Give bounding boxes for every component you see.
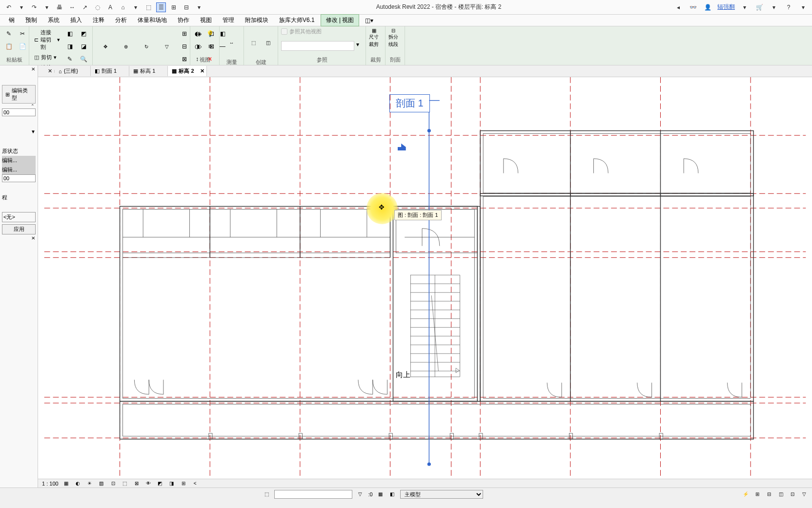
move-icon[interactable]: ✥ [96, 32, 115, 61]
cart-dropdown-icon[interactable]: ▾ [769, 2, 779, 12]
reference-other-checkbox[interactable]: 参照其他视图 [281, 28, 363, 35]
section-icon[interactable]: ⬚ [143, 2, 153, 12]
default-3d-dropdown-icon[interactable]: ▾ [131, 2, 141, 12]
worksets-icon[interactable]: ▦ [377, 491, 385, 498]
prop-row-edit2[interactable]: 编辑... [2, 165, 36, 174]
menu-system[interactable]: 系统 [43, 15, 64, 26]
tab-level2[interactable]: ▦ 标高 2 ✕ [168, 66, 206, 76]
crop-visible-icon[interactable]: ⊠ [133, 480, 141, 487]
menu-precast[interactable]: 预制 [20, 15, 42, 26]
menu-insert[interactable]: 插入 [65, 15, 87, 26]
detail-level-icon[interactable]: ▦ [62, 480, 70, 487]
text-icon[interactable]: A [105, 2, 115, 12]
visual-style-icon[interactable]: ◐ [74, 480, 82, 487]
close-icon[interactable]: ✕ [200, 68, 204, 74]
status-search-input[interactable] [274, 490, 352, 499]
close-icon[interactable]: ✕ [30, 66, 37, 73]
print-icon[interactable]: 🖶 [55, 2, 64, 12]
close-icon[interactable]: ✕ [48, 68, 52, 74]
status-icon-6[interactable]: ▽ [800, 491, 808, 498]
undo-dropdown-icon[interactable]: ▾ [17, 2, 26, 12]
menu-view[interactable]: 视图 [195, 15, 217, 26]
geom-icon-4[interactable]: ◩ [78, 28, 89, 40]
drawing-canvas[interactable]: 向上 [38, 77, 812, 479]
select-icon[interactable]: ⬚ [263, 491, 270, 498]
tag-icon[interactable]: ◌ [93, 2, 102, 12]
thin-lines-icon[interactable]: ☰ [156, 2, 166, 12]
glasses-icon[interactable]: 👓 [688, 2, 698, 12]
switch-icon[interactable]: ⊟ [182, 2, 191, 12]
geom-icon-2[interactable]: ◨ [64, 41, 76, 52]
section-marker-label[interactable]: 剖面 1 [389, 94, 430, 112]
redo-icon[interactable]: ↷ [29, 2, 39, 12]
modify-icon-9[interactable]: ⊠ [179, 53, 190, 65]
paste-icon[interactable]: 📋 [3, 41, 15, 52]
cut-button[interactable]: ◫ 剪切 ▾ [32, 53, 62, 62]
prop-input-1[interactable] [2, 108, 36, 116]
tab-unnamed[interactable]: ✕ [38, 70, 55, 73]
status-icon-5[interactable]: ⊡ [789, 491, 796, 498]
apply-button[interactable]: 应用 [2, 224, 36, 234]
view-icon-3[interactable]: ◇ [193, 41, 205, 52]
status-icon-2[interactable]: ⊞ [753, 491, 761, 498]
geom-icon-3[interactable]: ✎ [64, 53, 76, 65]
nav-left-icon[interactable]: ◂ [673, 2, 683, 12]
menu-extra[interactable]: ◫▾ [360, 16, 378, 25]
cart-icon[interactable]: 🛒 [754, 2, 764, 12]
tab-section1[interactable]: ◧ 剖面 1 [91, 66, 129, 76]
menu-collaborate[interactable]: 协作 [173, 15, 194, 26]
create-button-1[interactable]: ⬚ [247, 28, 260, 57]
tab-level1[interactable]: ▦ 标高 1 [129, 66, 168, 76]
scroll-v-indicator[interactable]: ▼ [31, 129, 36, 134]
tab-3d[interactable]: ⌂ {三维} [55, 66, 91, 76]
shadows-icon[interactable]: ▧ [98, 480, 105, 487]
filter-icon[interactable]: ▽ [356, 491, 364, 498]
status-icon-3[interactable]: ⊟ [765, 491, 773, 498]
analytical-icon[interactable]: ⊞ [180, 480, 187, 487]
clipboard-icon-1[interactable]: ✂ [17, 28, 28, 40]
unhide-icon[interactable]: 👁 [144, 480, 152, 487]
prop-dropdown[interactable]: <无> [2, 212, 36, 222]
menu-analyze[interactable]: 分析 [110, 15, 132, 26]
menu-family-master[interactable]: 族库大师V6.1 [274, 15, 320, 26]
scroll-up-icon[interactable]: ⌃ [31, 104, 35, 108]
measure-icon[interactable]: ↔ [67, 2, 77, 12]
geom-icon-6[interactable]: 🔍 [78, 53, 89, 65]
measure-button[interactable]: ↔ [223, 28, 241, 57]
user-dropdown-icon[interactable]: ▾ [740, 2, 750, 12]
status-icon-1[interactable]: ⚡ [742, 491, 750, 498]
crop-view-icon[interactable]: ⬚ [121, 480, 129, 487]
offset-icon[interactable]: ⊕ [116, 32, 136, 61]
edit-type-button[interactable]: ⊞ 编辑类型 [2, 85, 36, 104]
size-crop-button[interactable]: ▦ 尺寸 裁剪 [369, 28, 379, 55]
view-icon-4[interactable]: ⊠ [206, 41, 218, 52]
dimension-icon[interactable]: ↗ [80, 2, 90, 12]
username-label[interactable]: 辐强翻 [717, 3, 735, 11]
redo-dropdown-icon[interactable]: ▾ [42, 2, 52, 12]
create-button-2[interactable]: ◫ [262, 28, 275, 57]
scale-label[interactable]: 1 : 100 [42, 481, 59, 487]
split-segment-button[interactable]: ⊟ 拆分 线段 [388, 28, 398, 55]
menu-massing[interactable]: 体量和场地 [133, 15, 172, 26]
help-dropdown-icon[interactable]: ▾ [798, 2, 808, 12]
view-icon-1[interactable]: ◈ [193, 28, 205, 40]
default-3d-icon[interactable]: ⌂ [118, 2, 128, 12]
menu-manage[interactable]: 管理 [218, 15, 239, 26]
user-icon[interactable]: 👤 [703, 2, 712, 12]
join-end-button[interactable]: ⊏ 连接端切割 ▾ [32, 28, 62, 52]
modify-icon[interactable]: ✎ [3, 28, 15, 40]
undo-icon[interactable]: ↶ [4, 2, 14, 12]
sun-path-icon[interactable]: ☀ [86, 480, 94, 487]
workset-dropdown[interactable]: 主模型 [400, 490, 483, 499]
temp-hide-icon[interactable]: ◩ [156, 480, 164, 487]
status-icon-4[interactable]: ◫ [777, 491, 785, 498]
mirror-icon[interactable]: ▽ [157, 32, 177, 61]
close-hidden-icon[interactable]: ⊞ [169, 2, 179, 12]
menu-modify-view[interactable]: 修改 | 视图 [321, 14, 360, 26]
menu-addins[interactable]: 附加模块 [240, 15, 273, 26]
clipboard-icon-2[interactable]: 📄 [17, 41, 28, 52]
modify-icon-1[interactable]: ⊞ [179, 28, 190, 40]
geom-icon-5[interactable]: ◪ [78, 41, 89, 52]
prop-input-2[interactable] [2, 174, 36, 182]
qat-dropdown-icon[interactable]: ▾ [194, 2, 204, 12]
